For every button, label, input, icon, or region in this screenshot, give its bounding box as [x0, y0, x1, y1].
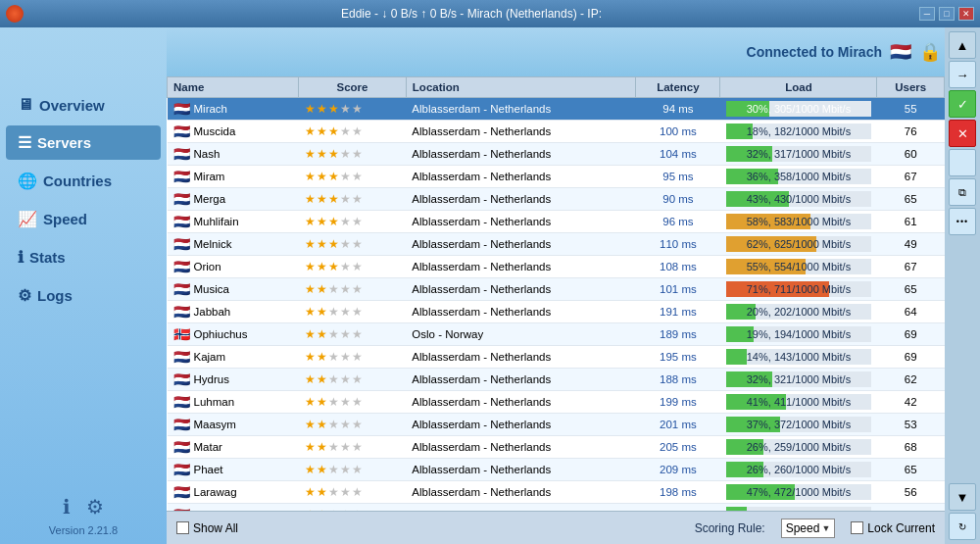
server-load-cell: 30%, 305/1000 Mbit/s [720, 98, 877, 121]
star-filled: ★ [305, 238, 317, 250]
server-name-cell: 🇳🇱Hydrus [168, 369, 299, 391]
server-name-cell: 🇳🇱Maasym [168, 414, 299, 436]
server-name-cell: 🇳🇱Mirach [168, 98, 299, 121]
table-row[interactable]: 🇳🇱Mirach★★★★★Alblasserdam - Netherlands9… [168, 98, 945, 121]
stats-icon: ℹ [18, 248, 24, 267]
col-header-latency[interactable]: Latency [636, 77, 720, 98]
server-location-cell: Alblasserdam - Netherlands [406, 436, 636, 459]
table-row[interactable]: 🇳🇱Luhman★★★★★Alblasserdam - Netherlands1… [168, 391, 945, 414]
load-text: 58%, 583/1000 Mbit/s [726, 214, 871, 229]
sidebar-item-speed[interactable]: 📈Speed [6, 202, 161, 236]
server-users-cell: 68 [877, 436, 945, 459]
star-filled: ★ [317, 351, 328, 363]
settings-icon[interactable]: ⚙ [86, 495, 104, 519]
server-score-cell: ★★★★★ [299, 188, 407, 211]
action-panel: ▲ → ✓ ✕ ⧉ ••• ▼ ↻ [945, 27, 980, 544]
star-filled: ★ [317, 261, 328, 272]
server-users-cell: 67 [877, 256, 945, 278]
show-all-checkbox[interactable]: Show All [176, 521, 238, 535]
server-name-cell: 🇳🇱Matar [168, 436, 299, 459]
server-users-cell: 56 [877, 481, 945, 504]
copy-button[interactable]: ⧉ [949, 178, 976, 206]
maximize-button[interactable]: □ [939, 7, 955, 21]
server-flag: 🇳🇱 [173, 124, 190, 139]
lock-current-checkbox[interactable]: Lock Current [851, 521, 935, 535]
load-bar-bg: 71%, 711/1000 Mbit/s [726, 281, 871, 297]
show-all-cb-box[interactable] [176, 521, 189, 534]
login-button[interactable]: → [949, 61, 976, 88]
table-wrapper[interactable]: NameScoreLocationLatencyLoadUsers 🇳🇱Mira… [167, 76, 945, 511]
server-flag: 🇳🇱 [173, 281, 190, 297]
star-filled: ★ [317, 171, 328, 182]
server-users-cell: 60 [877, 143, 945, 166]
load-bar-bg: 41%, 411/1000 Mbit/s [726, 394, 871, 410]
load-bar-bg: 47%, 472/1000 Mbit/s [726, 484, 871, 500]
table-row[interactable]: 🇳🇱Jabbah★★★★★Alblasserdam - Netherlands1… [168, 301, 945, 323]
col-header-name[interactable]: Name [168, 77, 299, 98]
server-name-cell: 🇳🇱Kajam [168, 346, 299, 369]
table-row[interactable]: 🇳🇱Muhlifain★★★★★Alblasserdam - Netherlan… [168, 211, 945, 233]
server-location-cell: Alblasserdam - Netherlands [406, 188, 636, 211]
sidebar-item-servers[interactable]: ☰Servers [6, 125, 161, 160]
disconnect-button[interactable]: ✕ [949, 120, 976, 147]
star-empty: ★ [340, 216, 352, 227]
server-score-cell: ★★★★★ [299, 301, 407, 323]
table-row[interactable]: 🇳🇱Maasym★★★★★Alblasserdam - Netherlands2… [168, 414, 945, 436]
window-controls: ─ □ ✕ [919, 7, 974, 21]
scoring-rule-select[interactable]: Speed ▼ [781, 519, 836, 538]
logs-icon: ⚙ [18, 286, 31, 305]
server-name-cell: 🇳🇱Luhman [168, 391, 299, 414]
server-location-cell: Alblasserdam - Netherlands [406, 459, 636, 481]
scoring-value: Speed [786, 521, 820, 535]
table-row[interactable]: 🇳🇱Tianyi★★★★★Alblasserdam - Netherlands2… [168, 504, 945, 512]
star-filled: ★ [328, 103, 340, 115]
minimize-button[interactable]: ─ [919, 7, 935, 21]
load-text: 71%, 711/1000 Mbit/s [726, 281, 871, 297]
table-row[interactable]: 🇳🇱Phaet★★★★★Alblasserdam - Netherlands20… [168, 459, 945, 481]
table-row[interactable]: 🇳🇱Muscida★★★★★Alblasserdam - Netherlands… [168, 121, 945, 143]
col-header-users[interactable]: Users [877, 77, 945, 98]
sidebar-item-logs[interactable]: ⚙Logs [6, 278, 161, 313]
table-row[interactable]: 🇳🇱Hydrus★★★★★Alblasserdam - Netherlands1… [168, 369, 945, 391]
lock-current-label: Lock Current [867, 521, 935, 535]
scroll-down-button[interactable]: ▼ [949, 483, 976, 511]
server-latency-cell: 95 ms [636, 166, 720, 188]
server-latency-cell: 94 ms [636, 98, 720, 121]
scroll-up-button[interactable]: ▲ [949, 31, 976, 59]
star-empty: ★ [340, 125, 352, 137]
load-text: 26%, 260/1000 Mbit/s [726, 462, 871, 477]
sidebar-item-overview[interactable]: 🖥Overview [6, 88, 161, 122]
more-button[interactable]: ••• [949, 208, 976, 235]
load-bar-bg: 36%, 358/1000 Mbit/s [726, 169, 871, 184]
connect-button[interactable]: ✓ [949, 90, 976, 118]
sidebar: 🖥Overview☰Servers🌐Countries📈SpeedℹStats⚙… [0, 27, 167, 544]
star-empty: ★ [328, 464, 340, 475]
sidebar-item-countries[interactable]: 🌐Countries [6, 164, 161, 198]
table-row[interactable]: 🇳🇴Ophiuchus★★★★★Oslo - Norway189 ms19%, … [168, 323, 945, 346]
table-row[interactable]: 🇳🇱Miram★★★★★Alblasserdam - Netherlands95… [168, 166, 945, 188]
lock-current-cb-box[interactable] [851, 521, 863, 534]
table-row[interactable]: 🇳🇱Matar★★★★★Alblasserdam - Netherlands20… [168, 436, 945, 459]
sidebar-item-stats[interactable]: ℹStats [6, 240, 161, 274]
table-row[interactable]: 🇳🇱Orion★★★★★Alblasserdam - Netherlands10… [168, 256, 945, 278]
table-row[interactable]: 🇳🇱Merga★★★★★Alblasserdam - Netherlands90… [168, 188, 945, 211]
table-row[interactable]: 🇳🇱Melnick★★★★★Alblasserdam - Netherlands… [168, 233, 945, 256]
refresh-button[interactable]: ↻ [949, 513, 976, 540]
blank-button[interactable] [949, 149, 976, 176]
close-button[interactable]: ✕ [958, 7, 974, 21]
table-row[interactable]: 🇳🇱Musica★★★★★Alblasserdam - Netherlands1… [168, 278, 945, 301]
col-header-load[interactable]: Load [720, 77, 877, 98]
table-row[interactable]: 🇳🇱Nash★★★★★Alblasserdam - Netherlands104… [168, 143, 945, 166]
titlebar: Eddie - ↓ 0 B/s ↑ 0 B/s - Mirach (Nether… [0, 0, 980, 27]
star-filled: ★ [317, 238, 328, 250]
server-load-cell: 37%, 372/1000 Mbit/s [720, 414, 877, 436]
servers-table-area: NameScoreLocationLatencyLoadUsers 🇳🇱Mira… [167, 76, 945, 511]
col-header-score[interactable]: Score [299, 77, 407, 98]
star-filled: ★ [305, 486, 317, 498]
table-row[interactable]: 🇳🇱Kajam★★★★★Alblasserdam - Netherlands19… [168, 346, 945, 369]
info-icon[interactable]: ℹ [63, 495, 71, 519]
col-header-location[interactable]: Location [406, 77, 636, 98]
star-empty: ★ [328, 396, 340, 408]
server-load-cell: 32%, 317/1000 Mbit/s [720, 143, 877, 166]
table-row[interactable]: 🇳🇱Larawag★★★★★Alblasserdam - Netherlands… [168, 481, 945, 504]
